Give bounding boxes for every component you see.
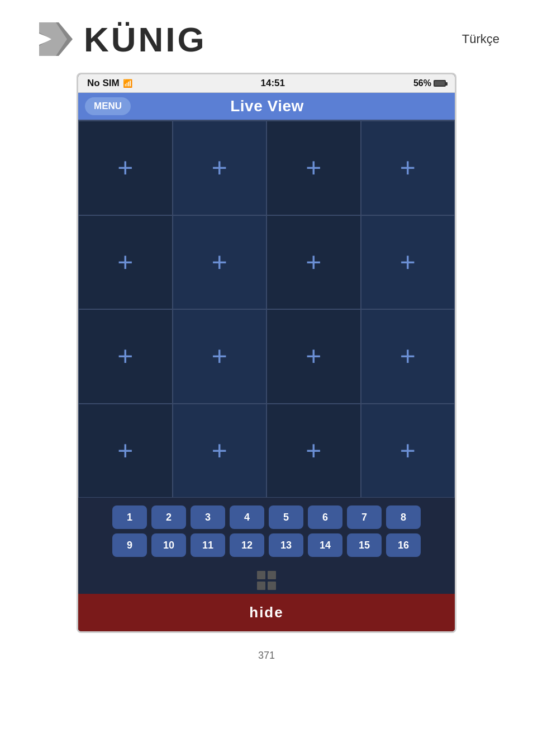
svg-rect-3: [257, 571, 265, 579]
channel-button-2[interactable]: 2: [151, 505, 186, 529]
page-title: Live View: [131, 97, 403, 115]
add-camera-icon-16: +: [400, 437, 416, 464]
add-camera-icon-5: +: [117, 249, 133, 276]
channel-row-1: 1 2 3 4 5 6 7 8: [84, 505, 449, 529]
carrier-label: No SIM: [87, 78, 120, 89]
camera-cell-15[interactable]: +: [266, 404, 361, 498]
add-camera-icon-10: +: [212, 343, 227, 370]
status-bar: No SIM 📶 14:51 56%: [78, 74, 455, 93]
svg-rect-6: [268, 582, 276, 590]
channel-button-16[interactable]: 16: [386, 533, 421, 557]
channel-button-10[interactable]: 10: [151, 533, 186, 557]
channel-button-5[interactable]: 5: [269, 505, 303, 529]
channel-button-6[interactable]: 6: [308, 505, 342, 529]
channel-button-15[interactable]: 15: [347, 533, 382, 557]
channel-button-1[interactable]: 1: [112, 505, 147, 529]
camera-cell-14[interactable]: +: [173, 404, 267, 498]
channel-area: 1 2 3 4 5 6 7 8 9 10 11 12 13 14 15 16: [78, 498, 455, 566]
add-camera-icon-14: +: [212, 437, 227, 464]
status-right: 56%: [413, 78, 446, 88]
add-camera-icon-8: +: [400, 249, 416, 276]
add-camera-icon-1: +: [117, 154, 133, 181]
language-label[interactable]: Türkçe: [462, 32, 499, 46]
logo-bar: KÜNIG Türkçe: [0, 0, 533, 73]
add-camera-icon-6: +: [212, 249, 227, 276]
add-camera-icon-3: +: [306, 154, 321, 181]
svg-rect-5: [257, 582, 265, 590]
camera-cell-11[interactable]: +: [266, 309, 361, 404]
phone-mockup: No SIM 📶 14:51 56% MENU Live View + + + …: [77, 73, 456, 633]
channel-button-3[interactable]: 3: [191, 505, 225, 529]
camera-cell-8[interactable]: +: [361, 215, 455, 310]
hide-button[interactable]: hide: [78, 594, 455, 631]
battery-label: 56%: [413, 78, 431, 88]
add-camera-icon-13: +: [117, 437, 133, 464]
camera-cell-5[interactable]: +: [78, 215, 173, 310]
menu-button[interactable]: MENU: [85, 97, 131, 115]
logo-text: KÜNIG: [84, 20, 207, 59]
camera-cell-4[interactable]: +: [361, 121, 455, 215]
channel-row-2: 9 10 11 12 13 14 15 16: [84, 533, 449, 557]
add-camera-icon-11: +: [306, 343, 321, 370]
channel-button-7[interactable]: 7: [347, 505, 382, 529]
wifi-icon: 📶: [123, 79, 132, 88]
channel-button-13[interactable]: 13: [269, 533, 303, 557]
channel-button-9[interactable]: 9: [112, 533, 147, 557]
channel-button-8[interactable]: 8: [386, 505, 421, 529]
camera-cell-6[interactable]: +: [173, 215, 267, 310]
add-camera-icon-12: +: [400, 343, 416, 370]
channel-button-14[interactable]: 14: [308, 533, 342, 557]
channel-button-11[interactable]: 11: [191, 533, 225, 557]
status-left: No SIM 📶: [87, 78, 132, 89]
nav-bar: MENU Live View: [78, 93, 455, 120]
add-camera-icon-9: +: [117, 343, 133, 370]
camera-cell-3[interactable]: +: [266, 121, 361, 215]
channel-button-12[interactable]: 12: [230, 533, 264, 557]
add-camera-icon-15: +: [306, 437, 321, 464]
camera-cell-7[interactable]: +: [266, 215, 361, 310]
page-number: 371: [258, 650, 275, 662]
camera-cell-9[interactable]: +: [78, 309, 173, 404]
svg-rect-4: [268, 571, 276, 579]
status-time: 14:51: [261, 78, 285, 89]
layout-grid-icon[interactable]: [256, 570, 277, 590]
camera-cell-12[interactable]: +: [361, 309, 455, 404]
camera-cell-10[interactable]: +: [173, 309, 267, 404]
add-camera-icon-7: +: [306, 249, 321, 276]
camera-cell-16[interactable]: +: [361, 404, 455, 498]
battery-icon: [434, 80, 446, 87]
add-camera-icon-2: +: [212, 154, 227, 181]
camera-cell-2[interactable]: +: [173, 121, 267, 215]
konig-logo-icon: [34, 17, 78, 62]
camera-cell-1[interactable]: +: [78, 121, 173, 215]
layout-selector: [78, 566, 455, 594]
camera-cell-13[interactable]: +: [78, 404, 173, 498]
logo-area: KÜNIG: [34, 17, 207, 62]
channel-button-4[interactable]: 4: [230, 505, 264, 529]
camera-grid: + + + + + + + + + + +: [78, 120, 455, 498]
add-camera-icon-4: +: [400, 154, 416, 181]
